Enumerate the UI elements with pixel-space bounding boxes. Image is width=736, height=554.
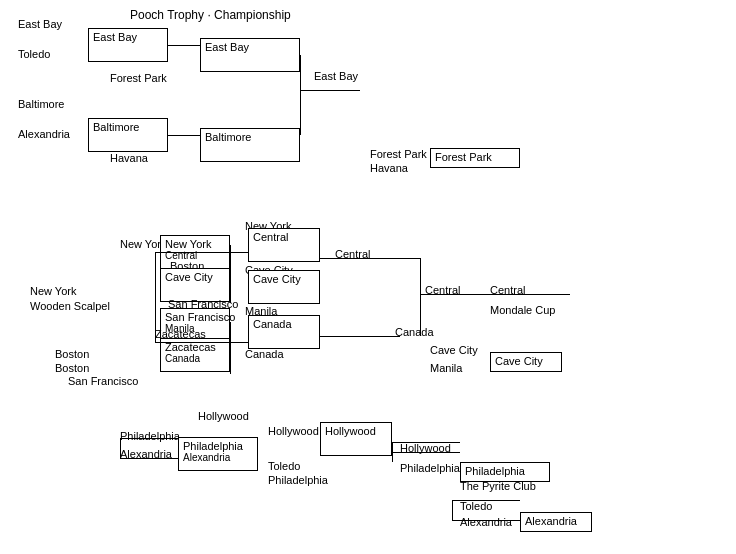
team-east-bay-1: East Bay (18, 18, 62, 30)
s2-hline-ny (155, 252, 248, 253)
r2-box-baltimore: Baltimore (200, 128, 300, 162)
team-alexandria-1: Alexandria (18, 128, 70, 140)
hline-r1-r2-top (168, 45, 200, 46)
s3-r3-philly-label: Philadelphia (465, 465, 525, 477)
s3-hline-1 (120, 438, 178, 439)
s2-r1-box-zac: Zacatecas Canada (160, 338, 230, 372)
s3-hline-3 (392, 452, 460, 453)
r3-eastbay: East Bay (314, 70, 358, 82)
s2-r2-box-cavecity: Cave City (248, 270, 320, 304)
s2-r1-box-boston: Cave City (160, 268, 230, 302)
team-baltimore: Baltimore (18, 98, 64, 110)
s3-toledo-final: Toledo (460, 500, 492, 512)
s2-r4-box-cavecity: Cave City (490, 352, 562, 372)
r3-forest-park: Forest Park (370, 148, 427, 160)
r1-box-eastbay: East Bay (88, 28, 168, 62)
s3-r1-alex-label: Alexandria (183, 452, 230, 463)
s2-vline-left (155, 252, 156, 342)
s3-pyrite-club: The Pyrite Club (460, 480, 536, 492)
hline-r3-eastbay (300, 90, 360, 91)
r3-havana: Havana (370, 162, 408, 174)
r1-baltimore-label: Baltimore (93, 121, 139, 133)
s2-r2-canada-label: Canada (253, 318, 292, 330)
s3-hline-4 (392, 442, 460, 443)
s2-r1-canada-label: Canada (165, 353, 200, 364)
team-toledo: Toledo (18, 48, 50, 60)
s2-r4-manila: Manila (430, 362, 462, 374)
s3-r1-box-philly: Philadelphia Alexandria (178, 437, 258, 471)
s3-r2-hollywood: Hollywood (268, 425, 319, 437)
s2-r2-central-label: Central (253, 231, 288, 243)
s2-hline-r3-canada (320, 336, 400, 337)
vline-r1-top (88, 30, 89, 60)
s2-r2-box-canada: Canada (248, 315, 320, 349)
s3-final-box-alex: Alexandria (520, 512, 592, 532)
vline-r1-bot (88, 122, 89, 152)
vline-r2 (300, 55, 301, 135)
s2-r1-newyork-label: New York (165, 238, 211, 250)
s3-philadelphia: Philadelphia (120, 430, 180, 442)
r3-box-forestpark: Forest Park (430, 148, 520, 168)
r3-forestpark-label: Forest Park (435, 151, 492, 163)
s2-vline-mid1 (230, 245, 231, 303)
team-san-francisco-s2: San Francisco (68, 375, 138, 387)
s2-r4-cavecity: Cave City (430, 344, 478, 356)
team-havana: Havana (110, 152, 148, 164)
s3-hline-5 (452, 500, 520, 501)
s2-vline-r3 (420, 258, 421, 336)
s3-r2-box-hollywood: Hollywood (320, 422, 392, 456)
s2-r2-box-central: Central (248, 228, 320, 262)
hline-r1-r2-bot (168, 135, 200, 136)
s3-r3-box-philly: Philadelphia (460, 462, 550, 482)
tournament-title: Pooch Trophy · Championship (130, 8, 291, 22)
team-forest-park-1: Forest Park (110, 72, 167, 84)
s3-hline-2 (120, 458, 178, 459)
s3-hline-6 (452, 520, 520, 521)
s3-hollywood: Hollywood (198, 410, 249, 422)
s2-r1-boston-label: Cave City (165, 271, 213, 283)
s2-r2-cavecity-label: Cave City (253, 273, 301, 285)
s3-r2-philly: Philadelphia (268, 474, 328, 486)
s3-r2-hollywood-label: Hollywood (325, 425, 376, 437)
team-boston2: Boston (55, 362, 89, 374)
s2-r1-sf-label: San Francisco (165, 311, 235, 323)
s2-hline-final (490, 294, 570, 295)
s2-hline-bot (155, 342, 248, 343)
s3-r1-philly-label: Philadelphia (183, 440, 243, 452)
r2-eastbay-label: East Bay (205, 41, 249, 53)
s2-hline-r3-central (320, 258, 420, 259)
s2-r2-canada: Canada (245, 348, 284, 360)
bracket-container: Pooch Trophy · Championship East Bay Tol… (0, 0, 736, 554)
r2-baltimore-label: Baltimore (205, 131, 251, 143)
s3-r3-philly: Philadelphia (400, 462, 460, 474)
s2-r3-canada: Canada (395, 326, 434, 338)
team-boston-s2: Boston (55, 348, 89, 360)
s2-hline-r4-central (420, 294, 490, 295)
s2-vline-mid2 (230, 322, 231, 374)
r1-eastbay-label: East Bay (93, 31, 137, 43)
s3-vline-1 (120, 438, 121, 458)
team-new-york-s2: New York (30, 285, 76, 297)
r2-box-eastbay: East Bay (200, 38, 300, 72)
r1-box-baltimore: Baltimore (88, 118, 168, 152)
s2-mondale-cup: Mondale Cup (490, 304, 555, 316)
s3-final-alex-label: Alexandria (525, 515, 577, 527)
s3-alexandria-final: Alexandria (460, 516, 512, 528)
s3-r2-toledo: Toledo (268, 460, 300, 472)
team-wooden-scalpel: Wooden Scalpel (30, 300, 110, 312)
s2-r4-cavecity-label: Cave City (495, 355, 543, 367)
s3-vline-3 (452, 500, 453, 520)
